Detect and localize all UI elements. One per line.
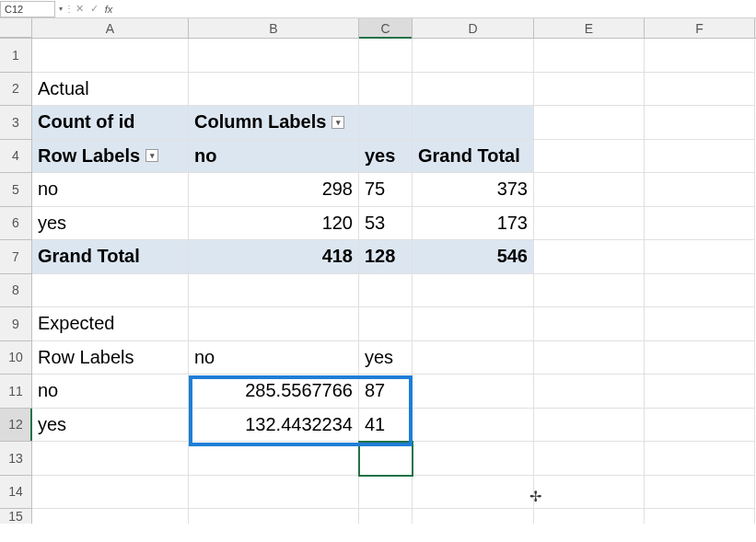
cell-C6[interactable]: 53: [359, 207, 413, 241]
fx-icon[interactable]: fx: [101, 4, 116, 15]
cell-A6[interactable]: yes: [32, 207, 189, 241]
cell-C3[interactable]: [359, 106, 413, 140]
cancel-formula-icon[interactable]: ✕: [72, 3, 87, 15]
cell-C1[interactable]: [359, 39, 413, 73]
cell-E11[interactable]: [534, 375, 645, 409]
cell-D11[interactable]: [413, 375, 534, 409]
row-header-8[interactable]: 8: [0, 274, 32, 308]
filter-dropdown-icon[interactable]: ▾: [145, 149, 158, 162]
col-header-C[interactable]: C: [359, 18, 413, 38]
cell-B7[interactable]: 418: [189, 240, 359, 274]
cell-B6[interactable]: 120: [189, 207, 359, 241]
cell-D6[interactable]: 173: [413, 207, 534, 241]
row-header-13[interactable]: 13: [0, 442, 32, 476]
row-header-6[interactable]: 6: [0, 207, 32, 241]
cell-D3[interactable]: [413, 106, 534, 140]
cell-A4[interactable]: Row Labels ▾: [32, 140, 189, 174]
cell-E1[interactable]: [534, 39, 645, 73]
cell-D2[interactable]: [413, 73, 534, 107]
cell-F10[interactable]: [645, 341, 755, 375]
cell-C7[interactable]: 128: [359, 240, 413, 274]
cell-E15[interactable]: [534, 509, 645, 524]
cell-A1[interactable]: [32, 39, 189, 73]
cell-C12[interactable]: 41: [359, 409, 413, 443]
cell-B12[interactable]: 132.4432234: [189, 409, 359, 443]
cell-D1[interactable]: [413, 39, 534, 73]
cell-E7[interactable]: [534, 240, 645, 274]
cell-C13[interactable]: [359, 442, 413, 476]
cell-B10[interactable]: no: [189, 341, 359, 375]
row-header-11[interactable]: 11: [0, 375, 32, 409]
cell-F14[interactable]: [645, 476, 755, 510]
cell-A12[interactable]: yes: [32, 409, 189, 443]
cell-B8[interactable]: [189, 274, 359, 308]
row-header-14[interactable]: 14: [0, 476, 32, 510]
cell-A10[interactable]: Row Labels: [32, 341, 189, 375]
select-all-corner[interactable]: [0, 18, 32, 38]
cell-B9[interactable]: [189, 307, 359, 341]
cell-D10[interactable]: [413, 341, 534, 375]
cell-B2[interactable]: [189, 73, 359, 107]
cell-E2[interactable]: [534, 73, 645, 107]
cell-E9[interactable]: [534, 307, 645, 341]
row-header-5[interactable]: 5: [0, 173, 32, 207]
cell-D8[interactable]: [413, 274, 534, 308]
cell-D5[interactable]: 373: [413, 173, 534, 207]
cell-D15[interactable]: [413, 509, 534, 524]
enter-formula-icon[interactable]: ✓: [87, 3, 101, 15]
cell-F8[interactable]: [645, 274, 755, 308]
cell-E6[interactable]: [534, 207, 645, 241]
cell-C11[interactable]: 87: [359, 375, 413, 409]
cell-F15[interactable]: [645, 509, 755, 524]
col-header-F[interactable]: F: [645, 18, 755, 38]
cell-F1[interactable]: [645, 39, 755, 73]
row-header-3[interactable]: 3: [0, 106, 32, 140]
cell-C2[interactable]: [359, 73, 413, 107]
cell-B3[interactable]: Column Labels ▾: [189, 106, 359, 140]
cell-F7[interactable]: [645, 240, 755, 274]
cell-F4[interactable]: [645, 140, 755, 174]
row-header-10[interactable]: 10: [0, 341, 32, 375]
cell-F11[interactable]: [645, 375, 755, 409]
cell-D12[interactable]: [413, 409, 534, 443]
cell-D4[interactable]: Grand Total: [413, 140, 534, 174]
cell-A9[interactable]: Expected: [32, 307, 189, 341]
row-header-15[interactable]: 15: [0, 509, 32, 524]
cell-E10[interactable]: [534, 341, 645, 375]
cell-D9[interactable]: [413, 307, 534, 341]
cell-A8[interactable]: [32, 274, 189, 308]
cell-E5[interactable]: [534, 173, 645, 207]
cell-E14[interactable]: [534, 476, 645, 510]
cell-C14[interactable]: [359, 476, 413, 510]
cell-E12[interactable]: [534, 409, 645, 443]
cell-A7[interactable]: Grand Total: [32, 240, 189, 274]
row-header-4[interactable]: 4: [0, 140, 32, 174]
cell-C5[interactable]: 75: [359, 173, 413, 207]
cell-B1[interactable]: [189, 39, 359, 73]
cell-B14[interactable]: [189, 476, 359, 510]
cell-F13[interactable]: [645, 442, 755, 476]
cell-F6[interactable]: [645, 207, 755, 241]
row-header-12[interactable]: 12: [0, 409, 32, 443]
filter-dropdown-icon[interactable]: ▾: [331, 116, 344, 129]
cell-D7[interactable]: 546: [413, 240, 534, 274]
cell-C10[interactable]: yes: [359, 341, 413, 375]
cell-F9[interactable]: [645, 307, 755, 341]
cell-F5[interactable]: [645, 173, 755, 207]
cell-A15[interactable]: [32, 509, 189, 524]
col-header-D[interactable]: D: [413, 18, 534, 38]
cell-A13[interactable]: [32, 442, 189, 476]
cell-E4[interactable]: [534, 140, 645, 174]
cell-C8[interactable]: [359, 274, 413, 308]
cell-A5[interactable]: no: [32, 173, 189, 207]
row-header-7[interactable]: 7: [0, 240, 32, 274]
cell-C4[interactable]: yes: [359, 140, 413, 174]
cell-A11[interactable]: no: [32, 375, 189, 409]
cell-B13[interactable]: [189, 442, 359, 476]
cell-E8[interactable]: [534, 274, 645, 308]
formula-input[interactable]: [116, 8, 756, 10]
cell-D14[interactable]: [413, 476, 534, 510]
cell-F12[interactable]: [645, 409, 755, 443]
name-box[interactable]: C12: [0, 1, 55, 17]
row-header-1[interactable]: 1: [0, 39, 32, 73]
